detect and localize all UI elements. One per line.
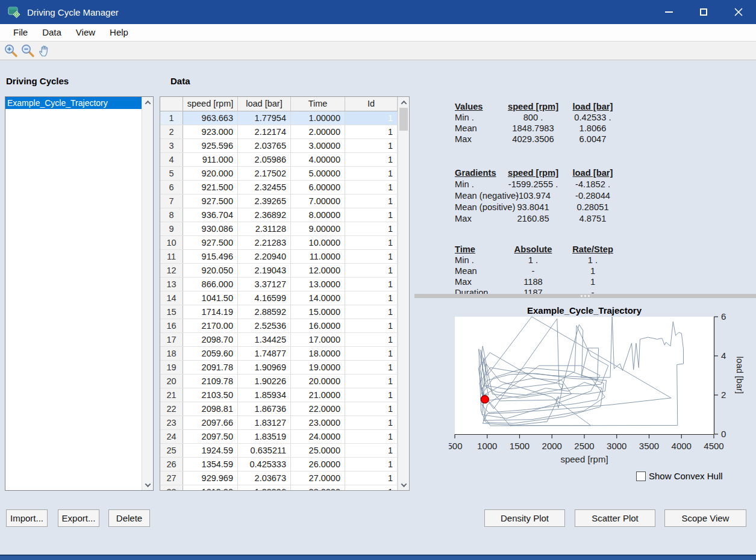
row-number-cell[interactable]: 3: [160, 139, 183, 152]
minimize-button[interactable]: [651, 0, 686, 24]
table-cell[interactable]: 2091.78: [183, 361, 238, 374]
table-cell[interactable]: 929.969: [183, 471, 238, 485]
table-row[interactable]: 2923.0002.121742.000001: [160, 125, 398, 139]
table-cell[interactable]: 19.0000: [291, 361, 345, 374]
table-cell[interactable]: 1: [345, 375, 398, 388]
maximize-button[interactable]: [686, 0, 721, 24]
delete-button[interactable]: Delete: [108, 509, 150, 527]
table-cell[interactable]: 963.663: [183, 111, 238, 125]
table-row[interactable]: 151714.192.8859215.00001: [160, 305, 398, 319]
table-row[interactable]: 232097.661.8312723.00001: [160, 416, 398, 430]
table-row[interactable]: 27929.9692.0367327.00001: [160, 471, 398, 485]
table-cell[interactable]: 3.00000: [291, 139, 345, 152]
table-cell[interactable]: 866.000: [183, 278, 238, 291]
table-cell[interactable]: 10.0000: [291, 236, 345, 249]
table-cell[interactable]: 1: [345, 153, 398, 166]
scroll-down-icon[interactable]: [398, 479, 409, 490]
table-cell[interactable]: 2109.78: [183, 375, 238, 388]
row-number-cell[interactable]: 12: [160, 264, 183, 277]
table-row[interactable]: 222098.811.8673622.00001: [160, 402, 398, 416]
table-cell[interactable]: 11.0000: [291, 250, 345, 263]
table-row[interactable]: 12920.0502.1904312.00001: [160, 264, 398, 278]
scroll-up-icon[interactable]: [398, 97, 409, 108]
table-row[interactable]: 4911.0002.059864.000001: [160, 153, 398, 167]
table-row[interactable]: 6921.5002.324556.000001: [160, 181, 398, 194]
table-cell[interactable]: 26.0000: [291, 458, 345, 471]
table-cell[interactable]: 2.05986: [238, 153, 291, 166]
density-plot-button[interactable]: Density Plot: [484, 509, 565, 527]
table-cell[interactable]: 911.000: [183, 153, 238, 166]
table-cell[interactable]: 2.32455: [238, 181, 291, 194]
table-cell[interactable]: 2.00000: [291, 125, 345, 138]
row-number-cell[interactable]: 20: [160, 375, 183, 388]
table-cell[interactable]: 2.31128: [238, 222, 291, 235]
table-cell[interactable]: 920.050: [183, 264, 238, 277]
table-row[interactable]: 261354.590.42533326.00001: [160, 458, 398, 471]
table-cell[interactable]: 8.00000: [291, 208, 345, 222]
zoom-out-button[interactable]: [19, 43, 36, 58]
table-row[interactable]: 3925.5962.037653.000001: [160, 139, 398, 153]
table-cell[interactable]: 1924.59: [183, 444, 238, 457]
table-cell[interactable]: 1: [345, 333, 398, 346]
table-cell[interactable]: 1041.50: [183, 291, 238, 305]
table-cell[interactable]: 1.34425: [238, 333, 291, 346]
scroll-up-icon[interactable]: [142, 97, 153, 108]
table-row[interactable]: 141041.504.1659914.00001: [160, 291, 398, 305]
table-cell[interactable]: 2098.81: [183, 402, 238, 415]
table-cell[interactable]: 24.0000: [291, 430, 345, 443]
row-number-cell[interactable]: 4: [160, 153, 183, 166]
table-cell[interactable]: 1: [345, 194, 398, 208]
table-cell[interactable]: 1.83519: [238, 430, 291, 443]
table-cell[interactable]: 921.500: [183, 181, 238, 194]
table-cell[interactable]: 2098.70: [183, 333, 238, 346]
table-cell[interactable]: 14.0000: [291, 291, 345, 305]
table-row[interactable]: 5920.0002.175025.000001: [160, 167, 398, 181]
table-row[interactable]: 10927.5002.2128310.00001: [160, 236, 398, 250]
table-row[interactable]: 182059.601.7487718.00001: [160, 347, 398, 361]
table-cell[interactable]: 2170.00: [183, 319, 238, 332]
cycles-listbox[interactable]: Example_Cycle_Trajectory: [5, 96, 154, 491]
table-cell[interactable]: 1: [345, 250, 398, 263]
table-cell[interactable]: 925.596: [183, 139, 238, 152]
table-cell[interactable]: 930.086: [183, 222, 238, 235]
row-number-cell[interactable]: 15: [160, 305, 183, 319]
table-cell[interactable]: 1.77954: [238, 111, 291, 125]
table-cell[interactable]: 927.500: [183, 236, 238, 249]
table-cell[interactable]: 1: [345, 139, 398, 152]
table-cell[interactable]: 2.20940: [238, 250, 291, 263]
table-cell[interactable]: 1.00000: [291, 111, 345, 125]
table-cell[interactable]: 2097.66: [183, 416, 238, 429]
table-cell[interactable]: 1: [345, 430, 398, 443]
horizontal-splitter[interactable]: [414, 294, 756, 298]
table-cell[interactable]: 1: [345, 125, 398, 138]
table-cell[interactable]: 1: [345, 222, 398, 235]
table-row[interactable]: 162170.002.5253616.00001: [160, 319, 398, 333]
row-number-cell[interactable]: 22: [160, 402, 183, 415]
table-cell[interactable]: 923.000: [183, 125, 238, 138]
table-cell[interactable]: 1019.00: [183, 485, 238, 490]
table-cell[interactable]: 1354.59: [183, 458, 238, 471]
table-cell[interactable]: 2.19043: [238, 264, 291, 277]
row-number-cell[interactable]: 9: [160, 222, 183, 235]
table-cell[interactable]: 1: [345, 111, 398, 125]
table-row[interactable]: 192091.781.9096919.00001: [160, 361, 398, 375]
table-cell[interactable]: 12.0000: [291, 264, 345, 277]
table-cell[interactable]: 1: [345, 388, 398, 402]
row-number-cell[interactable]: 23: [160, 416, 183, 429]
row-number-cell[interactable]: 13: [160, 278, 183, 291]
row-number-cell[interactable]: 19: [160, 361, 183, 374]
menu-data[interactable]: Data: [35, 25, 69, 40]
table-cell[interactable]: 1: [345, 471, 398, 485]
row-number-cell[interactable]: 10: [160, 236, 183, 249]
table-cell[interactable]: 1714.19: [183, 305, 238, 319]
table-cell[interactable]: 2.12174: [238, 125, 291, 138]
table-cell[interactable]: 1: [345, 444, 398, 457]
row-number-cell[interactable]: 5: [160, 167, 183, 180]
menu-view[interactable]: View: [69, 25, 102, 40]
row-number-cell[interactable]: 24: [160, 430, 183, 443]
pan-button[interactable]: [36, 43, 53, 58]
table-cell[interactable]: 1: [345, 347, 398, 360]
row-number-cell[interactable]: 14: [160, 291, 183, 305]
table-cell[interactable]: 2.88592: [238, 305, 291, 319]
row-number-cell[interactable]: 11: [160, 250, 183, 263]
